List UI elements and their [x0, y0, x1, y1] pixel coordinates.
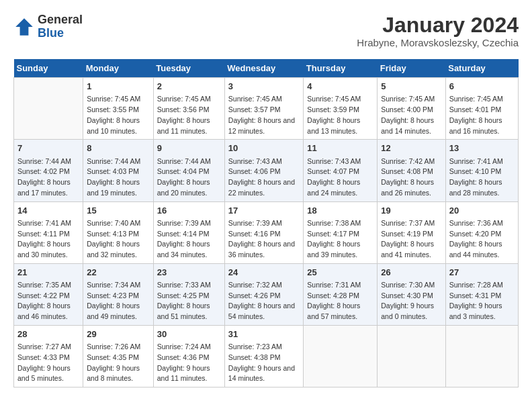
day-cell: 26Sunrise: 7:30 AMSunset: 4:30 PMDayligh… [378, 263, 446, 325]
day-detail: Sunrise: 7:43 AMSunset: 4:07 PMDaylight:… [307, 157, 361, 197]
day-cell: 1Sunrise: 7:45 AMSunset: 3:55 PMDaylight… [83, 78, 154, 140]
day-detail: Sunrise: 7:35 AMSunset: 4:22 PMDaylight:… [17, 281, 71, 320]
week-row-5: 28Sunrise: 7:27 AMSunset: 4:33 PMDayligh… [14, 325, 519, 387]
day-cell: 16Sunrise: 7:39 AMSunset: 4:14 PMDayligh… [153, 201, 224, 263]
day-number: 8 [87, 142, 150, 154]
day-number: 30 [157, 328, 221, 340]
day-number: 18 [307, 205, 373, 217]
day-detail: Sunrise: 7:45 AMSunset: 4:00 PMDaylight:… [381, 95, 435, 134]
day-cell: 10Sunrise: 7:43 AMSunset: 4:06 PMDayligh… [224, 140, 304, 201]
day-cell [378, 325, 446, 387]
day-number: 4 [307, 81, 373, 93]
day-number: 31 [228, 328, 300, 340]
day-detail: Sunrise: 7:45 AMSunset: 3:57 PMDaylight:… [228, 95, 295, 134]
day-detail: Sunrise: 7:45 AMSunset: 3:59 PMDaylight:… [307, 95, 361, 134]
day-detail: Sunrise: 7:33 AMSunset: 4:25 PMDaylight:… [157, 281, 211, 320]
day-cell: 21Sunrise: 7:35 AMSunset: 4:22 PMDayligh… [14, 263, 83, 325]
day-cell: 23Sunrise: 7:33 AMSunset: 4:25 PMDayligh… [153, 263, 224, 325]
day-detail: Sunrise: 7:44 AMSunset: 4:04 PMDaylight:… [157, 157, 211, 197]
day-detail: Sunrise: 7:36 AMSunset: 4:20 PMDaylight:… [449, 219, 503, 259]
day-cell: 12Sunrise: 7:42 AMSunset: 4:08 PMDayligh… [378, 140, 446, 201]
day-number: 19 [381, 205, 442, 217]
day-cell: 3Sunrise: 7:45 AMSunset: 3:57 PMDaylight… [224, 78, 304, 140]
logo-text-general: General [38, 13, 83, 27]
header-monday: Monday [83, 59, 154, 78]
day-cell: 25Sunrise: 7:31 AMSunset: 4:28 PMDayligh… [304, 263, 378, 325]
week-row-3: 14Sunrise: 7:41 AMSunset: 4:11 PMDayligh… [14, 201, 519, 263]
header-thursday: Thursday [304, 59, 378, 78]
day-cell: 24Sunrise: 7:32 AMSunset: 4:26 PMDayligh… [224, 263, 304, 325]
header-wednesday: Wednesday [224, 59, 304, 78]
day-detail: Sunrise: 7:45 AMSunset: 3:56 PMDaylight:… [157, 95, 211, 134]
day-cell: 9Sunrise: 7:44 AMSunset: 4:04 PMDaylight… [153, 140, 224, 201]
day-cell: 19Sunrise: 7:37 AMSunset: 4:19 PMDayligh… [378, 201, 446, 263]
logo: General Blue [13, 13, 83, 40]
day-number: 2 [157, 81, 221, 93]
day-detail: Sunrise: 7:23 AMSunset: 4:38 PMDaylight:… [228, 342, 295, 382]
day-detail: Sunrise: 7:38 AMSunset: 4:17 PMDaylight:… [307, 219, 361, 259]
day-cell: 18Sunrise: 7:38 AMSunset: 4:17 PMDayligh… [304, 201, 378, 263]
logo-text-blue: Blue [38, 27, 83, 40]
page-header: General Blue January 2024 Hrabyne, Morav… [13, 13, 519, 48]
day-detail: Sunrise: 7:37 AMSunset: 4:19 PMDaylight:… [381, 219, 435, 259]
day-detail: Sunrise: 7:45 AMSunset: 3:55 PMDaylight:… [87, 95, 140, 134]
calendar-table: SundayMondayTuesdayWednesdayThursdayFrid… [13, 59, 519, 387]
day-cell: 30Sunrise: 7:24 AMSunset: 4:36 PMDayligh… [153, 325, 224, 387]
day-cell: 4Sunrise: 7:45 AMSunset: 3:59 PMDaylight… [304, 78, 378, 140]
day-cell: 15Sunrise: 7:40 AMSunset: 4:13 PMDayligh… [83, 201, 154, 263]
day-detail: Sunrise: 7:42 AMSunset: 4:08 PMDaylight:… [381, 157, 435, 197]
location-subtitle: Hrabyne, Moravskoslezsky, Czechia [357, 37, 519, 48]
day-cell: 11Sunrise: 7:43 AMSunset: 4:07 PMDayligh… [304, 140, 378, 201]
title-block: January 2024 Hrabyne, Moravskoslezsky, C… [357, 13, 519, 48]
day-number: 3 [228, 81, 300, 93]
day-cell: 29Sunrise: 7:26 AMSunset: 4:35 PMDayligh… [83, 325, 154, 387]
header-sunday: Sunday [14, 59, 83, 78]
day-number: 27 [449, 267, 515, 279]
day-number: 29 [87, 328, 150, 340]
day-detail: Sunrise: 7:44 AMSunset: 4:03 PMDaylight:… [87, 157, 140, 197]
day-number: 22 [87, 267, 150, 279]
day-cell: 5Sunrise: 7:45 AMSunset: 4:00 PMDaylight… [378, 78, 446, 140]
day-number: 9 [157, 142, 221, 154]
day-number: 20 [449, 205, 515, 217]
svg-marker-0 [15, 18, 33, 36]
day-cell: 7Sunrise: 7:44 AMSunset: 4:02 PMDaylight… [14, 140, 83, 201]
day-number: 1 [87, 81, 150, 93]
week-row-2: 7Sunrise: 7:44 AMSunset: 4:02 PMDaylight… [14, 140, 519, 201]
day-detail: Sunrise: 7:41 AMSunset: 4:10 PMDaylight:… [449, 157, 503, 197]
day-number: 11 [307, 142, 373, 154]
day-number: 25 [307, 267, 373, 279]
day-detail: Sunrise: 7:31 AMSunset: 4:28 PMDaylight:… [307, 281, 361, 320]
day-cell: 20Sunrise: 7:36 AMSunset: 4:20 PMDayligh… [445, 201, 518, 263]
day-number: 7 [17, 142, 79, 154]
day-detail: Sunrise: 7:34 AMSunset: 4:23 PMDaylight:… [87, 281, 140, 320]
day-detail: Sunrise: 7:45 AMSunset: 4:01 PMDaylight:… [449, 95, 503, 134]
day-number: 5 [381, 81, 442, 93]
day-detail: Sunrise: 7:39 AMSunset: 4:16 PMDaylight:… [228, 219, 295, 259]
header-tuesday: Tuesday [153, 59, 224, 78]
days-header-row: SundayMondayTuesdayWednesdayThursdayFrid… [14, 59, 519, 78]
week-row-1: 1Sunrise: 7:45 AMSunset: 3:55 PMDaylight… [14, 78, 519, 140]
day-cell: 28Sunrise: 7:27 AMSunset: 4:33 PMDayligh… [14, 325, 83, 387]
day-cell [14, 78, 83, 140]
day-detail: Sunrise: 7:28 AMSunset: 4:31 PMDaylight:… [449, 281, 503, 320]
day-number: 14 [17, 205, 79, 217]
logo-icon [13, 16, 35, 38]
day-detail: Sunrise: 7:32 AMSunset: 4:26 PMDaylight:… [228, 281, 295, 320]
day-detail: Sunrise: 7:30 AMSunset: 4:30 PMDaylight:… [381, 281, 435, 320]
day-number: 6 [449, 81, 515, 93]
day-cell: 13Sunrise: 7:41 AMSunset: 4:10 PMDayligh… [445, 140, 518, 201]
day-number: 15 [87, 205, 150, 217]
day-number: 24 [228, 267, 300, 279]
day-cell [304, 325, 378, 387]
calendar-title: January 2024 [357, 13, 519, 37]
week-row-4: 21Sunrise: 7:35 AMSunset: 4:22 PMDayligh… [14, 263, 519, 325]
day-cell: 31Sunrise: 7:23 AMSunset: 4:38 PMDayligh… [224, 325, 304, 387]
day-cell: 17Sunrise: 7:39 AMSunset: 4:16 PMDayligh… [224, 201, 304, 263]
day-number: 28 [17, 328, 79, 340]
day-number: 13 [449, 142, 515, 154]
day-detail: Sunrise: 7:41 AMSunset: 4:11 PMDaylight:… [17, 219, 71, 259]
day-cell: 14Sunrise: 7:41 AMSunset: 4:11 PMDayligh… [14, 201, 83, 263]
day-cell: 22Sunrise: 7:34 AMSunset: 4:23 PMDayligh… [83, 263, 154, 325]
day-cell: 27Sunrise: 7:28 AMSunset: 4:31 PMDayligh… [445, 263, 518, 325]
